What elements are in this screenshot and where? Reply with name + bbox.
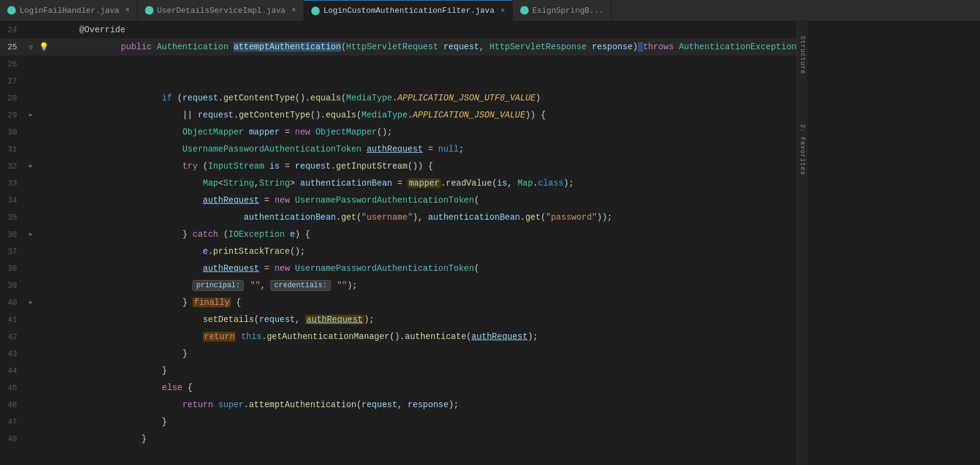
tab-login-custom-filter[interactable]: LoginCustomAuthenticationFilter.java × — [304, 0, 513, 21]
indicator-36: ⊳ — [23, 231, 38, 238]
line-number-29: 29 — [0, 111, 23, 120]
fold-icon-32[interactable]: ⊳ — [29, 163, 32, 170]
method-name-25: attemptAuthentication — [233, 42, 340, 52]
tab-label-1: LoginFailHandler.java — [19, 6, 119, 15]
line-number-36: 36 — [0, 230, 23, 239]
fold-icon-40[interactable]: ⊳ — [29, 299, 32, 306]
tab-icon-4 — [520, 6, 529, 15]
ide-window: LoginFailHandler.java × UserDetailsServi… — [0, 0, 980, 465]
fold-icon-29[interactable]: ⊳ — [29, 111, 32, 119]
line-number-25: 25 — [0, 43, 23, 52]
line-number-39: 39 — [0, 281, 23, 290]
line-number-34: 34 — [0, 196, 23, 205]
tab-icon-1 — [7, 6, 16, 15]
tab-icon-2 — [145, 6, 153, 15]
line-number-41: 41 — [0, 315, 23, 324]
bulb-icon-25: 💡 — [39, 42, 49, 52]
line-number-45: 45 — [0, 383, 23, 393]
tab-label-3: LoginCustomAuthenticationFilter.java — [323, 6, 495, 15]
code-line-38: 38 authRequest = new UsernamePasswordAut… — [0, 260, 797, 277]
line-number-35: 35 — [0, 213, 23, 222]
line-number-33: 33 — [0, 179, 23, 188]
editor-area: 24 @Override 25 ▽ 💡 public Authenticatio… — [0, 21, 980, 465]
line-number-46: 46 — [0, 400, 23, 410]
line-number-27: 27 — [0, 77, 23, 86]
line-number-31: 31 — [0, 145, 23, 154]
tab-esign-spring[interactable]: EsignSpringB... — [513, 0, 612, 21]
tab-label-4: EsignSpringB... — [532, 6, 604, 15]
line-number-42: 42 — [0, 332, 23, 341]
indicator-25: ▽ — [23, 43, 38, 51]
line-number-44: 44 — [0, 366, 23, 376]
tab-close-3[interactable]: × — [501, 7, 505, 15]
tab-close-1[interactable]: × — [125, 6, 130, 15]
tab-user-details-service[interactable]: UserDetailsServiceImpl.java × — [138, 0, 304, 21]
line-number-48: 48 — [0, 435, 23, 444]
indicator-40: ⊳ — [23, 299, 38, 306]
fold-icon-25[interactable]: ▽ — [29, 43, 33, 51]
code-line-48: 48 } — [0, 430, 797, 447]
tab-close-2[interactable]: × — [292, 6, 296, 15]
line-number-26: 26 — [0, 60, 23, 69]
tab-login-fail-handler[interactable]: LoginFailHandler.java × — [0, 0, 138, 21]
tab-bar: LoginFailHandler.java × UserDetailsServi… — [0, 0, 980, 21]
indicator-29: ⊳ — [23, 111, 38, 119]
line-number-40: 40 — [0, 298, 23, 307]
bulb-25: 💡 — [38, 42, 49, 52]
line-number-30: 30 — [0, 128, 23, 137]
line-number-32: 32 — [0, 162, 23, 171]
line-number-37: 37 — [0, 247, 23, 256]
code-line-25: 25 ▽ 💡 public Authentication attemptAuth… — [0, 38, 797, 55]
line-number-28: 28 — [0, 94, 23, 103]
line-number-47: 47 — [0, 418, 23, 427]
tab-icon-3 — [311, 7, 320, 15]
fold-icon-36[interactable]: ⊳ — [29, 231, 32, 238]
sidebar-label-favorites: 2: Favorites — [799, 124, 806, 175]
line-number-24: 24 — [0, 26, 23, 35]
line-number-38: 38 — [0, 264, 23, 273]
tab-label-2: UserDetailsServiceImpl.java — [157, 6, 286, 15]
line-number-43: 43 — [0, 349, 23, 358]
code-line-26: 26 — [0, 55, 797, 72]
indicator-32: ⊳ — [23, 163, 38, 170]
right-sidebar: Structure 2: Favorites — [797, 21, 808, 465]
sidebar-label-structure: Structure — [799, 36, 806, 74]
